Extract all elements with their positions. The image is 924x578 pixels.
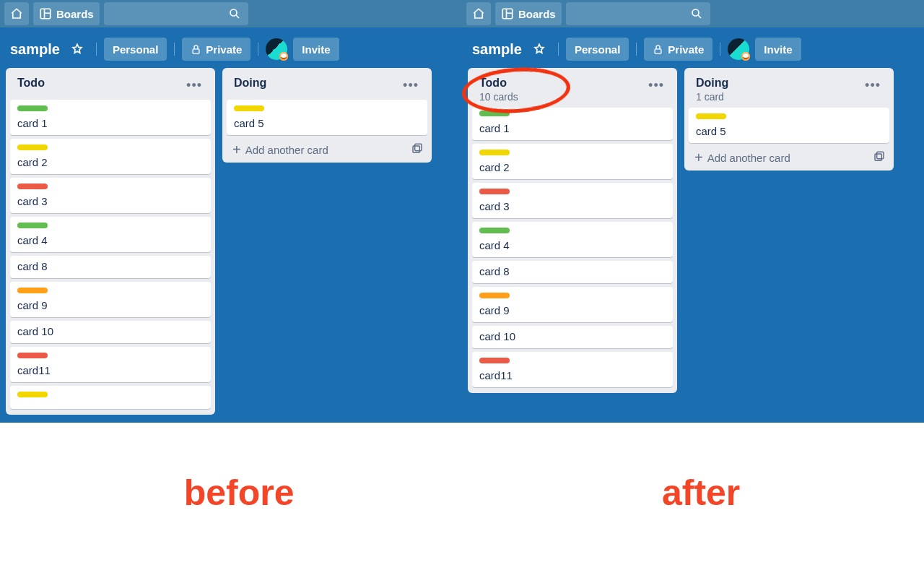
card-label[interactable] <box>479 358 510 363</box>
list-menu-button[interactable]: ••• <box>645 77 667 95</box>
card[interactable]: card 9 <box>10 282 211 317</box>
list-title[interactable]: Doing <box>234 77 266 90</box>
card[interactable]: card 5 <box>227 100 427 135</box>
list-title[interactable]: Doing <box>696 77 728 90</box>
list-menu-button[interactable]: ••• <box>400 77 422 95</box>
pane-before: Boards sample Personal Private <box>0 0 462 423</box>
star-button[interactable] <box>528 38 551 61</box>
card[interactable]: card 1 <box>10 100 211 135</box>
card-title: card 3 <box>479 200 666 212</box>
visibility-button[interactable]: Private <box>644 38 712 61</box>
search-input[interactable] <box>566 2 710 25</box>
card-title: card 1 <box>17 117 204 129</box>
list: Doing1 card•••card 5+Add another card <box>684 68 894 171</box>
visibility-button[interactable]: Private <box>182 38 250 61</box>
card-label[interactable] <box>479 111 510 116</box>
card[interactable]: card 10 <box>472 326 673 348</box>
card[interactable]: card 1 <box>472 108 673 140</box>
divider <box>258 43 258 56</box>
card-title: card 2 <box>17 156 204 168</box>
home-icon <box>472 7 485 20</box>
card[interactable]: card 2 <box>472 144 673 179</box>
boards-label: Boards <box>518 8 556 20</box>
topbar: Boards <box>0 0 462 27</box>
card[interactable]: card 10 <box>10 321 211 343</box>
star-icon <box>71 43 84 56</box>
svg-point-6 <box>692 9 699 16</box>
card[interactable]: card 5 <box>689 108 889 143</box>
star-button[interactable] <box>66 38 89 61</box>
card[interactable]: card 8 <box>10 256 211 278</box>
board-canvas: Todo10 cards•••card 1card 2card 3card 4c… <box>462 68 924 393</box>
card-label[interactable] <box>479 150 510 155</box>
home-button[interactable] <box>4 2 29 25</box>
star-icon <box>533 43 546 56</box>
add-card-label: Add another card <box>707 152 790 164</box>
team-button[interactable]: Personal <box>104 38 167 61</box>
card-label[interactable] <box>17 144 48 150</box>
boards-label: Boards <box>56 8 94 20</box>
boards-button[interactable]: Boards <box>495 2 562 25</box>
card-label[interactable] <box>696 113 726 119</box>
list-title[interactable]: Todo <box>479 77 518 90</box>
card-title: card11 <box>17 364 204 376</box>
svg-rect-2 <box>193 48 199 53</box>
board-header: sample Personal Private Invite <box>0 27 462 68</box>
divider <box>96 43 97 56</box>
card-title: card 5 <box>696 125 882 137</box>
home-button[interactable] <box>466 2 491 25</box>
card-label[interactable] <box>17 392 48 397</box>
card[interactable]: card 4 <box>10 217 211 252</box>
avatar[interactable] <box>266 38 287 60</box>
search-input[interactable] <box>104 2 248 25</box>
card[interactable]: card 4 <box>472 222 673 257</box>
card-title: card 8 <box>479 265 666 277</box>
card[interactable]: card 3 <box>472 183 673 218</box>
card[interactable]: card11 <box>472 352 673 387</box>
caption-before: before <box>184 472 295 514</box>
list-menu-button[interactable]: ••• <box>183 77 205 95</box>
search-icon <box>690 7 703 20</box>
boards-icon <box>501 7 514 20</box>
add-card-label: Add another card <box>245 144 328 156</box>
invite-button[interactable]: Invite <box>755 38 801 61</box>
card-label[interactable] <box>17 105 48 111</box>
svg-rect-9 <box>877 152 884 158</box>
team-button[interactable]: Personal <box>566 38 629 61</box>
list-menu-button[interactable]: ••• <box>862 77 884 95</box>
card-label[interactable] <box>17 184 48 189</box>
card-title: card11 <box>479 369 666 381</box>
template-icon[interactable] <box>411 143 423 157</box>
card-label[interactable] <box>479 293 510 298</box>
card[interactable]: card 3 <box>10 178 211 213</box>
card[interactable]: card 9 <box>472 287 673 322</box>
list: Todo•••card 1card 2card 3card 4card 8car… <box>6 68 215 415</box>
boards-icon <box>39 7 52 20</box>
card[interactable] <box>10 386 211 409</box>
boards-button[interactable]: Boards <box>33 2 100 25</box>
caption-after: after <box>662 472 740 514</box>
card-label[interactable] <box>17 223 48 228</box>
board-title[interactable]: sample <box>10 41 60 58</box>
list-title[interactable]: Todo <box>17 77 45 90</box>
add-card-button[interactable]: +Add another card <box>227 139 427 157</box>
board-title[interactable]: sample <box>472 41 522 58</box>
card-label[interactable] <box>17 288 48 293</box>
divider <box>558 43 559 56</box>
card-title: card 4 <box>17 234 204 246</box>
avatar[interactable] <box>728 38 749 60</box>
card[interactable]: card 8 <box>472 261 673 283</box>
card-label[interactable] <box>234 105 264 111</box>
template-icon[interactable] <box>873 151 885 165</box>
card-label[interactable] <box>479 228 510 233</box>
divider <box>174 43 175 56</box>
card-label[interactable] <box>17 353 48 358</box>
card[interactable]: card11 <box>10 347 211 382</box>
svg-rect-3 <box>413 146 419 152</box>
card-title: card 1 <box>479 122 666 134</box>
invite-button[interactable]: Invite <box>293 38 339 61</box>
card-label[interactable] <box>479 189 510 194</box>
topbar: Boards <box>462 0 924 27</box>
card[interactable]: card 2 <box>10 139 211 174</box>
add-card-button[interactable]: +Add another card <box>689 147 889 165</box>
